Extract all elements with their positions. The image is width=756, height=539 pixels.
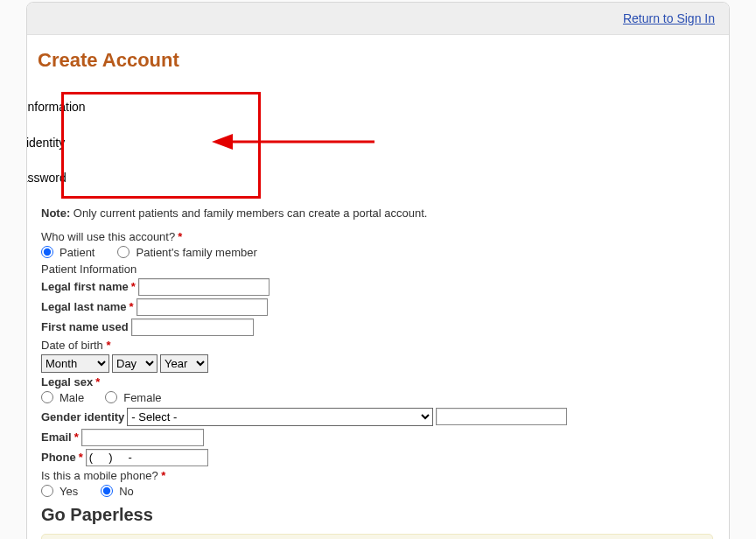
step-1-label: Enter information — [26, 98, 669, 116]
mobile-radio-group: Yes No — [41, 485, 713, 498]
note-label: Note: — [41, 206, 70, 220]
step-3-num: 3 — [26, 151, 669, 169]
mobile-yes-radio[interactable] — [41, 485, 53, 497]
first-used-label: First name used — [41, 320, 129, 333]
male-radio[interactable] — [41, 391, 53, 403]
dob-day-select[interactable]: Day — [112, 354, 158, 373]
email-label: Email — [41, 430, 72, 444]
mobile-question-label: Is this a mobile phone? — [41, 469, 161, 482]
mobile-yes-label: Yes — [60, 485, 78, 498]
page-title: Create Account — [36, 49, 713, 72]
family-radio-label: Patient's family member — [136, 246, 256, 259]
legal-first-label: Legal first name — [41, 280, 129, 293]
step-1-num: 1 — [26, 80, 669, 98]
female-radio[interactable] — [105, 391, 117, 403]
gender-identity-select[interactable]: - Select - — [127, 408, 433, 426]
go-paperless-header: Go Paperless — [41, 505, 713, 525]
required-icon: * — [178, 230, 182, 243]
legal-last-input[interactable] — [136, 298, 268, 316]
required-icon: * — [106, 339, 110, 352]
legal-first-input[interactable] — [138, 278, 270, 296]
progress-steps: 1 Enter information 2 Verify identity 3 … — [26, 80, 669, 187]
legal-sex-radio-group: Male Female — [41, 391, 713, 404]
step-2-label: Verify identity — [26, 134, 669, 151]
phone-input[interactable] — [86, 449, 208, 466]
patient-radio[interactable] — [41, 246, 53, 258]
first-used-input[interactable] — [131, 318, 254, 336]
male-radio-label: Male — [60, 391, 84, 404]
top-bar: Return to Sign In — [27, 3, 729, 35]
required-icon: * — [161, 469, 165, 482]
required-icon: * — [130, 300, 134, 313]
step-2-num: 2 — [26, 116, 669, 134]
gender-identity-text[interactable] — [436, 408, 567, 425]
legal-sex-label: Legal sex — [41, 375, 93, 388]
account-creation-panel: Return to Sign In Create Account 1 Enter… — [26, 2, 730, 539]
step-3-label: Set password — [26, 169, 669, 186]
patient-info-header: Patient Information — [41, 262, 713, 276]
gender-identity-label: Gender identity — [41, 410, 124, 424]
family-radio[interactable] — [117, 246, 130, 258]
legal-last-label: Legal last name — [41, 300, 127, 313]
female-radio-label: Female — [123, 391, 161, 404]
who-question-label: Who will use this account? — [41, 230, 175, 243]
note-text: Only current patients and family members… — [70, 206, 427, 220]
dob-year-select[interactable]: Year — [160, 354, 208, 373]
who-radio-group: Patient Patient's family member — [41, 246, 713, 259]
note-line: Note: Only current patients and family m… — [36, 206, 713, 220]
required-icon: * — [131, 280, 136, 293]
required-icon: * — [79, 451, 83, 464]
mobile-no-label: No — [119, 485, 134, 498]
dob-month-select[interactable]: Month — [41, 354, 109, 373]
patient-radio-label: Patient — [60, 246, 94, 259]
dob-label: Date of birth — [41, 339, 106, 352]
estatements-panel: Sign up for e-Statements (Recommended) — [41, 534, 713, 539]
phone-label: Phone — [41, 451, 76, 464]
who-question-line: Who will use this account? * — [41, 230, 713, 243]
mobile-no-radio[interactable] — [101, 485, 113, 497]
email-input[interactable] — [81, 429, 204, 446]
required-icon: * — [95, 375, 100, 388]
return-sign-in-link[interactable]: Return to Sign In — [623, 11, 715, 25]
required-icon: * — [74, 430, 79, 444]
